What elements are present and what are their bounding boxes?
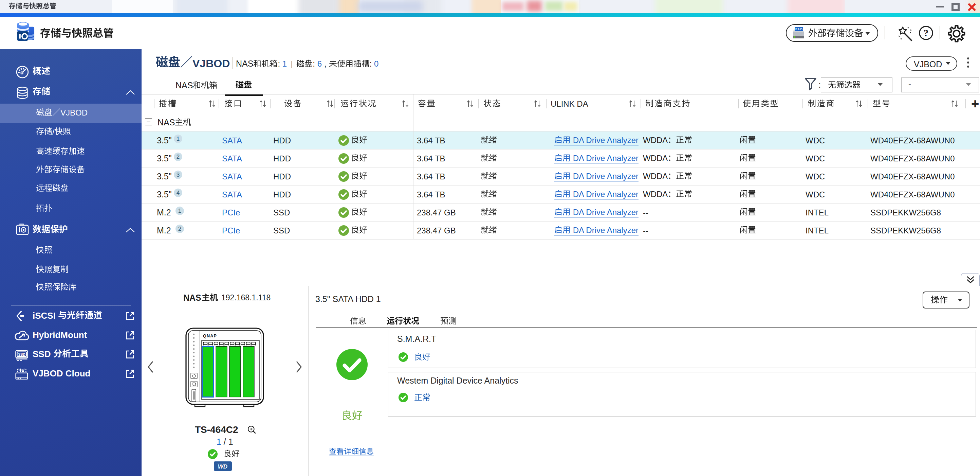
svg-text:QNAP: QNAP (203, 334, 217, 339)
svg-text:WD: WD (218, 463, 228, 470)
svg-text:RAID: RAID (795, 27, 802, 31)
svg-text:?: ? (924, 28, 928, 38)
svg-text:SSD: SSD (18, 353, 25, 356)
